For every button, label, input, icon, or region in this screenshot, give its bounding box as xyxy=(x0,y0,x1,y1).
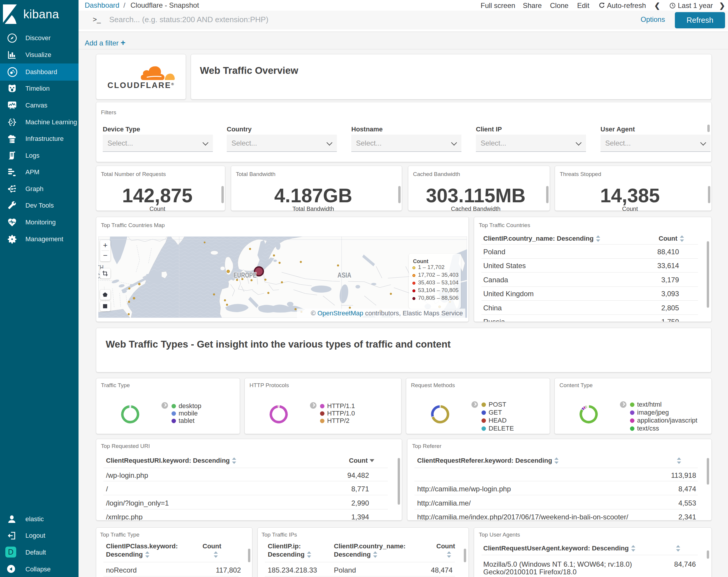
svg-text:ASIA: ASIA xyxy=(337,271,351,279)
svg-text:EUROPE: EUROPE xyxy=(234,271,257,279)
